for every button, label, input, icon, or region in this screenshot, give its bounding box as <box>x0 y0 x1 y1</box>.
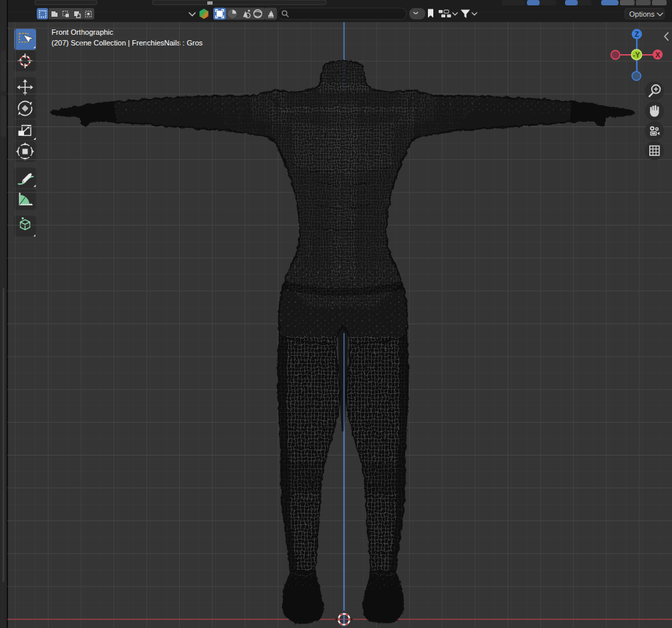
svg-text:X: X <box>655 51 661 59</box>
svg-text:Z: Z <box>635 30 639 38</box>
svg-text:-Y: -Y <box>633 51 641 59</box>
